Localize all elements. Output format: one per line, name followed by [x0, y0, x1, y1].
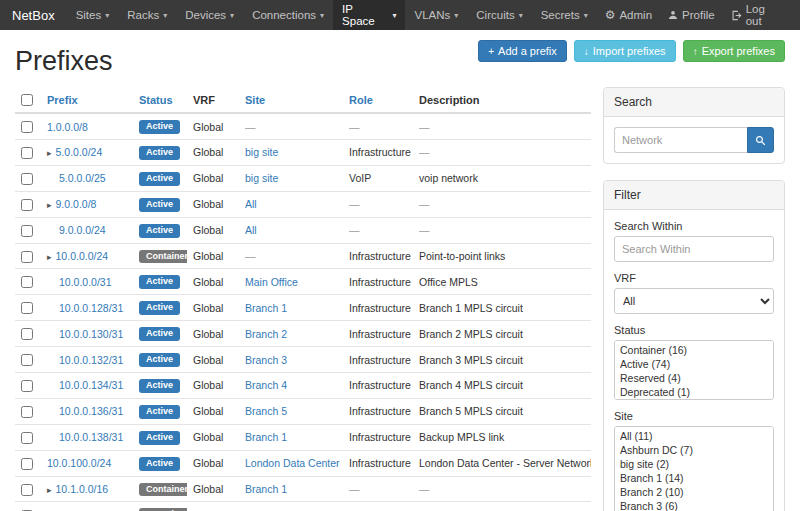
row-check-cell	[15, 476, 41, 502]
site-link[interactable]: All	[245, 198, 257, 210]
nav-item-devices[interactable]: Devices▾	[176, 0, 243, 30]
vrf-cell: Global	[187, 398, 239, 424]
site-link[interactable]: Main Office	[245, 276, 298, 288]
search-input[interactable]	[614, 127, 747, 153]
site-link[interactable]: All	[245, 224, 257, 236]
row-checkbox[interactable]	[21, 302, 33, 314]
prefix-link[interactable]: 10.0.0.0/24	[56, 250, 109, 262]
row-checkbox[interactable]	[21, 484, 33, 496]
search-within-input[interactable]	[614, 236, 774, 262]
row-checkbox[interactable]	[21, 225, 33, 237]
nav-item-sites[interactable]: Sites▾	[67, 0, 119, 30]
brand-link[interactable]: NetBox	[8, 0, 67, 30]
role-value: Infrastructure	[349, 354, 411, 366]
row-checkbox[interactable]	[21, 354, 33, 366]
column-sort-link[interactable]: Status	[139, 94, 173, 106]
row-checkbox[interactable]	[21, 121, 33, 133]
row-checkbox[interactable]	[21, 406, 33, 418]
row-checkbox[interactable]	[21, 276, 33, 288]
logout-link[interactable]: Log out	[723, 0, 792, 30]
status-badge: Active	[139, 120, 180, 134]
vrf-select[interactable]: All	[614, 288, 774, 314]
status-filter-list[interactable]: Container (16)Active (74)Reserved (4)Dep…	[614, 340, 774, 400]
description-cell: Branch 1 MPLS circuit	[413, 295, 591, 321]
row-checkbox[interactable]	[21, 199, 33, 211]
prefix-link[interactable]: 10.0.100.0/24	[47, 457, 111, 469]
admin-link[interactable]: ⚙ Admin	[597, 0, 660, 30]
site-link[interactable]: big site	[245, 146, 278, 158]
chevron-down-icon: ▾	[320, 11, 324, 20]
export-prefixes-button[interactable]: ↑Export prefixes	[683, 40, 785, 62]
description-cell: Backup MPLS link	[413, 424, 591, 450]
prefix-cell: ▸10.0.0.0/24	[41, 243, 133, 269]
prefix-link[interactable]: 10.0.0.132/31	[59, 354, 123, 366]
empty-value: —	[349, 121, 360, 133]
expand-caret-icon[interactable]: ▸	[47, 485, 52, 495]
site-link[interactable]: Branch 5	[245, 405, 287, 417]
nav-item-circuits[interactable]: Circuits▾	[467, 0, 531, 30]
site-link[interactable]: Branch 1	[245, 302, 287, 314]
prefix-link[interactable]: 10.0.0.130/31	[59, 328, 123, 340]
row-checkbox[interactable]	[21, 380, 33, 392]
profile-link[interactable]: Profile	[660, 0, 723, 30]
prefix-link[interactable]: 10.0.0.134/31	[59, 379, 123, 391]
prefix-table-body: 1.0.0.0/8ActiveGlobal———▸5.0.0.0/24Activ…	[15, 113, 591, 511]
empty-value: —	[419, 224, 430, 236]
site-link[interactable]: Branch 3	[245, 354, 287, 366]
select-all-checkbox[interactable]	[21, 94, 33, 106]
site-link[interactable]: big site	[245, 172, 278, 184]
add-prefix-button[interactable]: +Add a prefix	[478, 40, 567, 62]
nav-item-vlans[interactable]: VLANs▾	[405, 0, 467, 30]
row-checkbox[interactable]	[21, 147, 33, 159]
nav-item-ip-space[interactable]: IP Space▾	[333, 0, 405, 30]
row-checkbox[interactable]	[21, 432, 33, 444]
vrf-cell: Global	[187, 476, 239, 502]
filter-option: big site (2)	[617, 457, 771, 471]
import-prefixes-button[interactable]: ↓Import prefixes	[574, 40, 676, 62]
description-value: Branch 5 MPLS circuit	[419, 405, 523, 417]
description-cell: Branch 1 P2P	[413, 502, 591, 511]
description-cell: Branch 5 MPLS circuit	[413, 398, 591, 424]
site-cell: big site	[239, 165, 343, 191]
nav-item-racks[interactable]: Racks▾	[118, 0, 176, 30]
status-cell: Active	[133, 373, 187, 399]
site-link[interactable]: Branch 4	[245, 379, 287, 391]
site-link[interactable]: Branch 2	[245, 328, 287, 340]
prefix-link[interactable]: 10.0.0.0/31	[59, 276, 112, 288]
row-checkbox[interactable]	[21, 173, 33, 185]
row-checkbox[interactable]	[21, 251, 33, 263]
prefix-link[interactable]: 10.1.0.0/16	[56, 483, 109, 495]
nav-item-label: IP Space	[342, 3, 388, 27]
prefix-link[interactable]: 9.0.0.0/24	[59, 224, 106, 236]
filter-option: Ashburn DC (7)	[617, 443, 771, 457]
prefix-link[interactable]: 10.0.0.136/31	[59, 405, 123, 417]
role-cell: —	[343, 476, 413, 502]
column-sort-link[interactable]: Prefix	[47, 94, 78, 106]
prefix-link[interactable]: 5.0.0.0/25	[59, 172, 106, 184]
prefix-link[interactable]: 1.0.0.0/8	[47, 121, 88, 133]
site-link[interactable]: Branch 1	[245, 431, 287, 443]
prefix-link[interactable]: 5.0.0.0/24	[56, 146, 103, 158]
table-row: 10.0.100.0/24ActiveGlobalLondon Data Cen…	[15, 450, 591, 476]
expand-caret-icon[interactable]: ▸	[47, 200, 52, 210]
site-link[interactable]: London Data Center	[245, 457, 340, 469]
search-button[interactable]	[747, 127, 774, 153]
column-sort-link[interactable]: Site	[245, 94, 265, 106]
prefix-link[interactable]: 10.0.0.128/31	[59, 302, 123, 314]
prefix-link[interactable]: 9.0.0.0/8	[56, 198, 97, 210]
prefix-link[interactable]: 10.0.0.138/31	[59, 431, 123, 443]
site-link[interactable]: Branch 1	[245, 483, 287, 495]
expand-caret-icon[interactable]: ▸	[47, 252, 52, 262]
site-filter-list[interactable]: All (11)Ashburn DC (7)big site (2)Branch…	[614, 426, 774, 511]
row-checkbox[interactable]	[21, 328, 33, 340]
vrf-value: Global	[193, 457, 223, 469]
role-cell: Infrastructure	[343, 424, 413, 450]
vrf-cell: Global	[187, 243, 239, 269]
expand-caret-icon[interactable]: ▸	[47, 148, 52, 158]
nav-item-secrets[interactable]: Secrets▾	[532, 0, 597, 30]
nav-item-connections[interactable]: Connections▾	[243, 0, 333, 30]
column-sort-link[interactable]: Role	[349, 94, 373, 106]
column-header-description: Description	[413, 87, 591, 113]
nav-item-label: VLANs	[414, 9, 450, 21]
row-checkbox[interactable]	[21, 458, 33, 470]
